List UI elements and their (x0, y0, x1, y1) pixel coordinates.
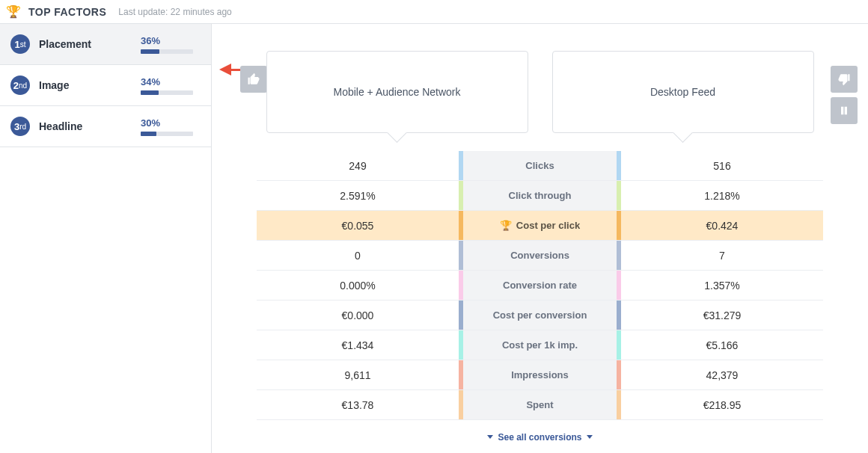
metric-right-value: 7 (621, 241, 823, 270)
metric-left-value: €13.78 (257, 390, 459, 419)
page-title: TOP FACTORS (28, 6, 106, 18)
metric-right-value: 1.218% (621, 181, 823, 210)
factor-name: Headline (39, 120, 141, 132)
metric-right-value: €31.279 (621, 301, 823, 330)
factor-bar (141, 90, 193, 95)
factor-percent: 34% (141, 76, 201, 87)
metric-label: Impressions (463, 360, 617, 389)
factor-row-placement[interactable]: 1stPlacement36% (0, 24, 211, 65)
metric-left-value: 9,611 (257, 360, 459, 389)
metric-right-value: €5.166 (621, 330, 823, 360)
metric-right-value: 42,379 (621, 360, 823, 389)
factor-bar (141, 49, 193, 54)
bubble-left: Mobile + Audience Network (266, 51, 528, 133)
metric-left-value: €0.000 (257, 301, 459, 330)
main: 1stPlacement36%2ndImage34%3rdHeadline30%… (0, 24, 868, 453)
metric-left-value: 0.000% (257, 271, 459, 300)
metric-row-impressions: 9,611Impressions42,379 (257, 360, 823, 390)
factor-percent: 36% (141, 35, 201, 46)
factor-row-headline[interactable]: 3rdHeadline30% (0, 106, 211, 147)
metric-row-cost_per_conv: €0.000Cost per conversion€31.279 (257, 301, 823, 330)
metric-row-conversions: 0Conversions7 (257, 241, 823, 271)
metric-label: Spent (463, 390, 617, 419)
comparison-bubbles: Mobile + Audience Network Desktop Feed (257, 51, 823, 133)
factor-name: Placement (39, 38, 141, 50)
metric-left-value: 2.591% (257, 181, 459, 210)
topbar: 🏆 TOP FACTORS Last update: 22 minutes ag… (0, 0, 868, 24)
factor-name: Image (39, 79, 141, 91)
thumbs-down-icon (837, 73, 851, 86)
like-button[interactable] (240, 66, 267, 93)
rank-badge: 3rd (10, 117, 30, 136)
chevron-down-icon (587, 435, 593, 439)
metric-row-conversion_rate: 0.000%Conversion rate1.357% (257, 271, 823, 301)
below-table-links: See all conversions See full stats (212, 429, 868, 453)
metric-label: Conversion rate (463, 271, 617, 300)
pause-button[interactable] (831, 97, 858, 124)
pause-icon (838, 105, 850, 117)
metric-label: Click through (463, 181, 617, 210)
factor-metric: 36% (141, 35, 201, 54)
factor-row-image[interactable]: 2ndImage34% (0, 65, 211, 106)
trophy-icon: 🏆 (500, 220, 512, 231)
sidebar: 1stPlacement36%2ndImage34%3rdHeadline30% (0, 24, 212, 453)
factor-percent: 30% (141, 117, 201, 129)
see-all-label: See all conversions (498, 432, 581, 443)
metric-row-clicks: 249Clicks516 (257, 151, 823, 181)
rank-badge: 2nd (10, 76, 30, 95)
bubble-right-label: Desktop Feed (650, 86, 715, 98)
bubble-right: Desktop Feed (552, 51, 814, 133)
factor-bar (141, 132, 193, 136)
metric-row-cost_per_click: €0.055🏆Cost per click€0.424 (257, 211, 823, 241)
dislike-button[interactable] (831, 66, 858, 93)
metric-row-cost_per_1k: €1.434Cost per 1k imp.€5.166 (257, 330, 823, 360)
chevron-down-icon (487, 435, 493, 439)
metric-row-spent: €13.78Spent€218.95 (257, 390, 823, 420)
content: Mobile + Audience Network Desktop Feed 2… (212, 24, 868, 453)
metric-left-value: €0.055 (257, 211, 459, 240)
metric-right-value: €0.424 (621, 211, 823, 240)
metric-right-value: €218.95 (621, 390, 823, 419)
metric-label: Cost per 1k imp. (463, 330, 617, 360)
last-update: Last update: 22 minutes ago (118, 7, 231, 17)
thumbs-up-icon (247, 73, 260, 86)
metric-row-click_through: 2.591%Click through1.218% (257, 181, 823, 211)
metric-left-value: €1.434 (257, 330, 459, 360)
metric-right-value: 1.357% (621, 271, 823, 300)
see-all-conversions-link[interactable]: See all conversions (483, 432, 596, 443)
metric-table: 249Clicks5162.591%Click through1.218%€0.… (257, 151, 823, 420)
trophy-icon: 🏆 (6, 4, 21, 19)
rank-badge: 1st (10, 34, 30, 54)
metric-label: Conversions (463, 241, 617, 270)
metric-label: Cost per conversion (463, 301, 617, 330)
bubble-left-label: Mobile + Audience Network (333, 86, 460, 98)
metric-left-value: 0 (257, 241, 459, 270)
metric-label: 🏆Cost per click (463, 211, 617, 240)
metric-left-value: 249 (257, 151, 459, 180)
factor-metric: 30% (141, 117, 201, 136)
metric-right-value: 516 (621, 151, 823, 180)
metric-label: Clicks (463, 151, 617, 180)
factor-metric: 34% (141, 76, 201, 95)
